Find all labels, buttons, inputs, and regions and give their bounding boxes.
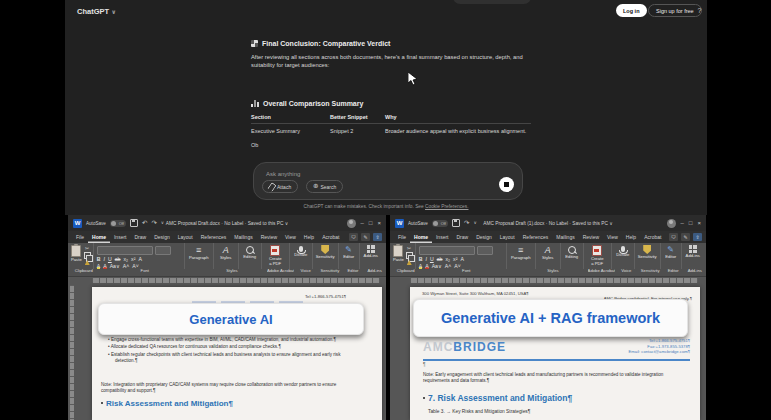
- undo-icon[interactable]: ↶: [142, 220, 147, 227]
- paragraph-button[interactable]: ≡ Paragraph: [507, 243, 535, 261]
- tab-layout[interactable]: Layout: [496, 231, 519, 243]
- tab-acrobat[interactable]: Acrobat: [640, 231, 665, 243]
- dictate-button[interactable]: Dictate: [612, 243, 634, 258]
- tab-file[interactable]: File: [394, 231, 410, 243]
- save-icon[interactable]: [452, 219, 460, 227]
- cookie-preferences-link[interactable]: Cookie Preferences.: [425, 204, 468, 209]
- close-button[interactable]: ×: [697, 220, 701, 226]
- document-title[interactable]: AMC Proposal Draft.docx · No Label · Sav…: [166, 221, 288, 226]
- close-button[interactable]: ×: [377, 220, 381, 226]
- editing-mode-icon[interactable]: ✎: [361, 233, 370, 241]
- contact-email: Email: contact@amcbridge.com¶: [629, 349, 690, 355]
- cut-icon[interactable]: ✂: [85, 246, 89, 251]
- search-button[interactable]: ⊕ Search: [306, 180, 343, 193]
- conclusion-body: After reviewing all sections across both…: [251, 53, 539, 69]
- tab-home[interactable]: Home: [410, 231, 432, 243]
- copy-icon[interactable]: [406, 252, 413, 259]
- tab-mailings[interactable]: Mailings: [552, 231, 578, 243]
- font-name-select[interactable]: [419, 246, 475, 255]
- save-icon[interactable]: [130, 219, 138, 227]
- addins-icon: [367, 245, 375, 253]
- font-group: BIUabx₂x²A AAAa∨A˄A˅: [94, 243, 184, 269]
- editing-mode-icon[interactable]: ✎: [681, 233, 690, 241]
- sensitivity-button[interactable]: Sensitivity: [635, 243, 660, 260]
- comments-icon[interactable]: 🗨: [669, 233, 678, 241]
- tab-design[interactable]: Design: [150, 231, 174, 243]
- tab-file[interactable]: File: [72, 231, 88, 243]
- copy-icon[interactable]: [84, 252, 91, 259]
- maximize-button[interactable]: □: [369, 220, 373, 226]
- word-app-icon[interactable]: W: [395, 219, 404, 228]
- editor-button[interactable]: ✎ Editor: [661, 243, 681, 260]
- font-name-select[interactable]: [97, 246, 153, 255]
- quick-access-chevron-icon[interactable]: ∨: [161, 221, 164, 226]
- tab-references[interactable]: References: [519, 231, 553, 243]
- font-size-select[interactable]: [155, 246, 171, 255]
- horizontal-ruler[interactable]: [390, 277, 706, 285]
- account-avatar[interactable]: [667, 219, 676, 228]
- horizontal-ruler[interactable]: [68, 277, 386, 285]
- chat-composer[interactable]: Ask anything Attach ⊕ Search: [253, 162, 523, 200]
- styles-button[interactable]: A Styles: [214, 243, 238, 261]
- font-style-buttons[interactable]: BIUabx₂x²A: [419, 256, 503, 262]
- paste-button[interactable]: Paste: [393, 243, 404, 265]
- login-button[interactable]: Log in: [616, 4, 647, 17]
- vertical-ruler[interactable]: [70, 285, 74, 420]
- tab-draw[interactable]: Draw: [452, 231, 472, 243]
- paragraph-icon: ≡: [518, 245, 523, 255]
- tab-review[interactable]: Review: [257, 231, 281, 243]
- paste-button[interactable]: Paste: [71, 243, 82, 265]
- stop-generating-button[interactable]: [499, 177, 514, 192]
- quick-access-chevron-icon[interactable]: ∨: [473, 221, 476, 226]
- share-icon[interactable]: ⇧: [693, 233, 702, 241]
- tab-view[interactable]: View: [281, 231, 300, 243]
- tab-help[interactable]: Help: [300, 231, 318, 243]
- cut-icon[interactable]: ✂: [407, 246, 411, 251]
- dictate-button[interactable]: Dictate: [290, 243, 312, 258]
- addins-button[interactable]: Add-ins: [682, 243, 704, 259]
- tab-home[interactable]: Home: [88, 231, 110, 243]
- search-label: Search: [320, 184, 336, 190]
- comments-icon[interactable]: 🗨: [349, 233, 358, 241]
- create-pdf-button[interactable]: Create a PDF: [584, 243, 611, 267]
- maximize-button[interactable]: □: [689, 220, 693, 226]
- title-bar[interactable]: W AutoSave Off ↷ ∨ AMC Proposal Draft (1…: [390, 215, 706, 231]
- paragraph-button[interactable]: ≡ Paragraph: [185, 243, 213, 261]
- bullet-item: • Allocate dedicated QA resources for co…: [108, 344, 356, 350]
- document-title[interactable]: AMC Proposal Draft (1).docx · No Label ·…: [483, 221, 613, 226]
- tab-layout[interactable]: Layout: [174, 231, 197, 243]
- tab-design[interactable]: Design: [472, 231, 496, 243]
- tab-mailings[interactable]: Mailings: [230, 231, 256, 243]
- tab-help[interactable]: Help: [622, 231, 640, 243]
- tab-view[interactable]: View: [603, 231, 622, 243]
- help-icon[interactable]: ?: [694, 5, 705, 16]
- font-size-select[interactable]: [477, 246, 493, 255]
- sensitivity-button[interactable]: Sensitivity: [313, 243, 338, 260]
- minimize-button[interactable]: –: [361, 220, 364, 226]
- minimize-button[interactable]: –: [681, 220, 684, 226]
- tab-insert[interactable]: Insert: [110, 231, 131, 243]
- font-style-buttons[interactable]: BIUabx₂x²A: [97, 256, 181, 262]
- tab-draw[interactable]: Draw: [130, 231, 150, 243]
- redo-icon[interactable]: ↷: [464, 220, 469, 227]
- tab-references[interactable]: References: [197, 231, 231, 243]
- word-app-icon[interactable]: W: [73, 219, 82, 228]
- autosave-toggle[interactable]: Off: [432, 220, 448, 227]
- share-icon[interactable]: ⇧: [373, 233, 382, 241]
- attach-button[interactable]: Attach: [262, 180, 298, 193]
- tab-acrobat[interactable]: Acrobat: [318, 231, 343, 243]
- chatgpt-model-switcher[interactable]: ChatGPT ∨: [77, 7, 116, 16]
- styles-button[interactable]: A Styles: [536, 243, 560, 261]
- addins-button[interactable]: Add-ins: [360, 243, 382, 259]
- editing-button[interactable]: Editing: [561, 243, 583, 260]
- autosave-toggle[interactable]: Off: [110, 220, 126, 227]
- editing-button[interactable]: Editing: [239, 243, 261, 260]
- tab-review[interactable]: Review: [579, 231, 603, 243]
- title-bar[interactable]: W AutoSave Off ↶ ↷ ∨ AMC Proposal Draft.…: [68, 215, 386, 231]
- redo-icon[interactable]: ↷: [151, 220, 156, 227]
- account-avatar[interactable]: [347, 219, 356, 228]
- create-pdf-button[interactable]: Create a PDF: [262, 243, 289, 267]
- tab-insert[interactable]: Insert: [432, 231, 453, 243]
- section-heading: Risk Assessment and Mitigation¶: [101, 399, 233, 408]
- editor-button[interactable]: ✎ Editor: [339, 243, 359, 260]
